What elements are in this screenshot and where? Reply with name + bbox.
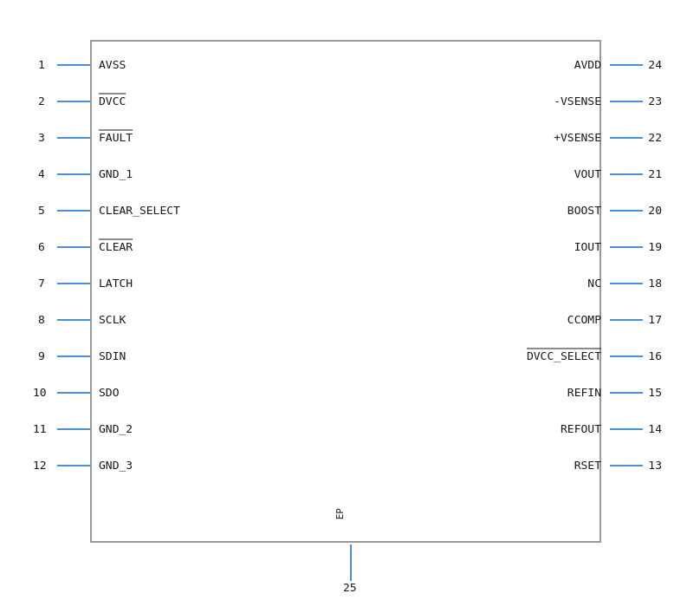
pin-line-4	[57, 173, 90, 175]
diagram-container: 1 AVSS 2 DVCC 3 FAULT 4 GND_1 5 CLEAR_SE…	[21, 14, 679, 586]
sig-vsense-neg: -VSENSE	[554, 95, 601, 108]
pin-num-9: 9	[38, 349, 45, 362]
sig-refout: REFOUT	[561, 422, 601, 435]
pin-num-19: 19	[648, 240, 662, 253]
pin-num-14: 14	[648, 422, 662, 435]
sig-refin: REFIN	[567, 386, 601, 399]
pin-num-15: 15	[648, 386, 662, 399]
pin-line-21	[610, 173, 643, 175]
pin-line-5	[57, 210, 90, 212]
pin-num-10: 10	[33, 386, 47, 399]
pin-num-21: 21	[648, 167, 662, 180]
pin-num-16: 16	[648, 349, 662, 362]
pin-line-8	[57, 319, 90, 321]
pin-line-15	[610, 392, 643, 394]
pin-num-2: 2	[38, 95, 45, 108]
sig-rset: RSET	[574, 459, 601, 472]
pin-line-22	[610, 137, 643, 139]
sig-clear-select: CLEAR_SELECT	[99, 204, 180, 217]
sig-dvcc: DVCC	[99, 95, 126, 108]
sig-gnd1: GND_1	[99, 167, 133, 180]
pin-line-11	[57, 428, 90, 430]
pin-num-7: 7	[38, 277, 45, 290]
pin-num-6: 6	[38, 240, 45, 253]
pin-num-1: 1	[38, 58, 45, 71]
pin-line-14	[610, 428, 643, 430]
sig-sdin: SDIN	[99, 349, 126, 362]
pin-line-18	[610, 283, 643, 284]
pin-num-4: 4	[38, 167, 45, 180]
pin-line-7	[57, 283, 90, 284]
pin-line-23	[610, 101, 643, 102]
sig-latch: LATCH	[99, 277, 133, 290]
pin-num-3: 3	[38, 131, 45, 144]
sig-vout: VOUT	[574, 167, 601, 180]
pin-line-9	[57, 355, 90, 357]
pin-num-23: 23	[648, 95, 662, 108]
pin-num-18: 18	[648, 277, 662, 290]
pin-line-12	[57, 465, 90, 466]
sig-ccomp: CCOMP	[567, 313, 601, 326]
pin-line-25	[350, 545, 352, 581]
pin-line-19	[610, 246, 643, 248]
pin-num-5: 5	[38, 204, 45, 217]
pin-line-10	[57, 392, 90, 394]
pin-num-22: 22	[648, 131, 662, 144]
sig-boost: BOOST	[567, 204, 601, 217]
pin-num-25: 25	[343, 581, 357, 594]
ic-body	[90, 40, 601, 543]
pin-line-1	[57, 64, 90, 66]
sig-gnd3: GND_3	[99, 459, 133, 472]
sig-iout: IOUT	[574, 240, 601, 253]
pin-num-11: 11	[33, 422, 47, 435]
pin-line-2	[57, 101, 90, 102]
pin-line-3	[57, 137, 90, 139]
sig-sclk: SCLK	[99, 313, 126, 326]
sig-fault: FAULT	[99, 131, 133, 144]
sig-sdo: SDO	[99, 386, 119, 399]
sig-ep: EP	[334, 508, 346, 519]
pin-line-24	[610, 64, 643, 66]
sig-avss: AVSS	[99, 58, 126, 71]
pin-num-17: 17	[648, 313, 662, 326]
pin-num-12: 12	[33, 459, 47, 472]
sig-dvcc-select: DVCC_SELECT	[527, 349, 601, 362]
pin-line-16	[610, 355, 643, 357]
sig-nc: NC	[587, 277, 601, 290]
pin-num-20: 20	[648, 204, 662, 217]
pin-line-6	[57, 246, 90, 248]
pin-num-13: 13	[648, 459, 662, 472]
sig-avdd: AVDD	[574, 58, 601, 71]
sig-vsense-pos: +VSENSE	[554, 131, 601, 144]
pin-num-8: 8	[38, 313, 45, 326]
pin-line-20	[610, 210, 643, 212]
pin-line-17	[610, 319, 643, 321]
pin-line-13	[610, 465, 643, 466]
sig-clear: CLEAR	[99, 240, 133, 253]
sig-gnd2: GND_2	[99, 422, 133, 435]
pin-num-24: 24	[648, 58, 662, 71]
